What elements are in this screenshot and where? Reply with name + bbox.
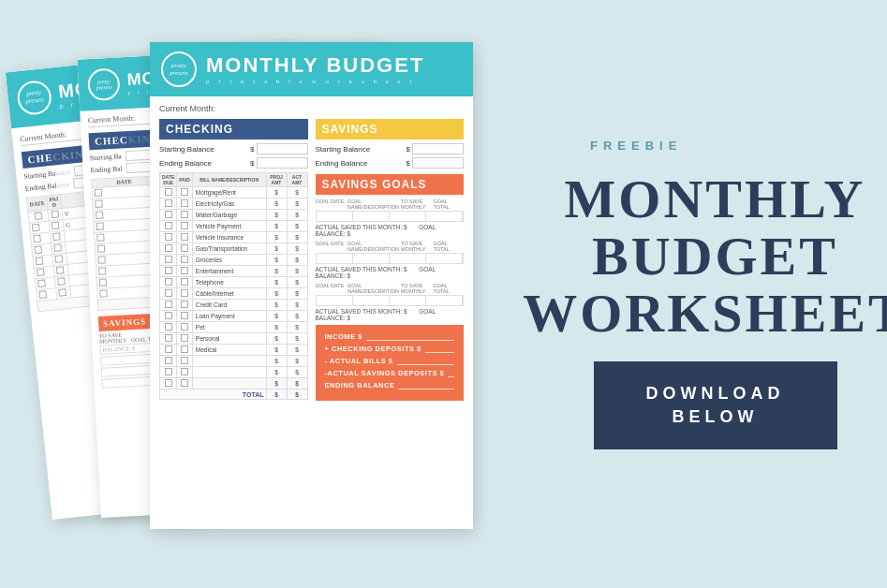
two-cols: CHECKING Starting Balance $ Ending Balan…: [159, 119, 464, 401]
goal-entry-3[interactable]: [316, 295, 465, 306]
savings-col: SAVINGS Starting Balance $ Ending Balanc…: [316, 119, 465, 401]
bills-table: DATEDUE PAID BILL NAME/DESCRIPTION PROJA…: [159, 172, 308, 400]
goal-entry-2[interactable]: [316, 253, 465, 264]
summary-checking-deposits: + CHECKING DEPOSITS $: [325, 345, 455, 353]
main-title: MONTHLY BUDGET WORKSHEET: [523, 171, 887, 343]
summary-ending-balance: ENDING BALANCE: [325, 381, 455, 390]
goal-3-total: [426, 296, 463, 305]
goal-3-date: [317, 296, 353, 305]
savings-ending-balance-row: Ending Balance $: [316, 157, 465, 169]
summary-income: INCOME $: [325, 332, 455, 341]
checking-header: CHECKING: [159, 119, 308, 140]
goal-2-monthly: [390, 254, 426, 263]
savings-ending-label: Ending Balance: [316, 159, 407, 168]
back-logo: prettypresets: [16, 80, 53, 117]
checking-starting-balance-row: Starting Balance $: [159, 143, 308, 154]
main-container: prettypresets MONTHLY BUDGET p r i n t a…: [0, 0, 887, 588]
actual-saved-2: ACTUAL SAVED THIS MONTH: $ GOAL BALANCE:…: [316, 266, 465, 279]
checking-starting-label: Starting Balance: [159, 145, 250, 154]
mid-logo: prettypresets: [87, 67, 121, 101]
worksheets-area: prettypresets MONTHLY BUDGET p r i n t a…: [0, 0, 543, 588]
download-button[interactable]: DOWNLOAD BELOW: [594, 361, 837, 449]
checking-ending-input[interactable]: [257, 157, 308, 169]
goal-col-headers-2: GOAL DATEGOAL NAME/DESCRIPTIONTO SAVE MO…: [316, 241, 465, 252]
actual-saved-3: ACTUAL SAVED THIS MONTH: $ GOAL BALANCE:…: [316, 308, 465, 321]
summary-actual-bills: - ACTUAL BILLS $: [325, 357, 455, 365]
front-content: Current Month: CHECKING Starting Balance…: [150, 96, 473, 408]
savings-starting-balance-row: Starting Balance $: [316, 143, 465, 154]
savings-goals-header: SAVINGS GOALS: [316, 174, 465, 195]
goal-1-date: [317, 212, 353, 221]
front-title-area: MONTHLY BUDGET p r i n t a b l e w o r k…: [206, 53, 424, 85]
download-button-text: DOWNLOAD BELOW: [631, 382, 800, 429]
summary-savings-deposits: -ACTUAL SAVINGS DEPOSITS $: [325, 369, 455, 377]
goal-1-monthly: [390, 212, 426, 221]
freebie-label: FREEBIE: [590, 139, 682, 153]
savings-ending-input[interactable]: [412, 157, 464, 169]
right-panel: FREEBIE MONTHLY BUDGET WORKSHEET DOWNLOA…: [543, 0, 887, 588]
front-sheet-header: prettypresets MONTHLY BUDGET p r i n t a…: [150, 42, 473, 96]
actual-saved-1: ACTUAL SAVED THIS MONTH: $ GOAL BALANCE:…: [316, 224, 465, 237]
savings-starting-input[interactable]: [412, 143, 464, 154]
checking-col: CHECKING Starting Balance $ Ending Balan…: [159, 119, 308, 401]
goal-2-total: [426, 254, 463, 263]
goal-3-name: [353, 296, 390, 305]
front-main-title: MONTHLY BUDGET: [206, 53, 424, 78]
goal-1-name: [353, 212, 390, 221]
front-current-month: Current Month:: [159, 104, 464, 113]
summary-box: INCOME $ + CHECKING DEPOSITS $ - ACTUAL …: [316, 325, 465, 401]
front-logo: prettypresets: [161, 51, 197, 87]
goal-3-monthly: [390, 296, 426, 305]
goal-entry-1[interactable]: [316, 211, 465, 222]
sheet-front: prettypresets MONTHLY BUDGET p r i n t a…: [150, 42, 473, 529]
goal-2-date: [317, 254, 353, 263]
savings-starting-label: Starting Balance: [316, 145, 407, 154]
goal-col-headers-3: GOAL DATEGOAL NAME/DESCRIPTIONTO SAVE MO…: [316, 283, 465, 294]
goal-2-name: [353, 254, 390, 263]
goal-col-headers-1: GOAL DATEGOAL NAME/DESCRIPTIONTO SAVE MO…: [316, 198, 465, 210]
front-subtitle: p r i n t a b l e w o r k s h e e t: [206, 78, 424, 85]
checking-starting-input[interactable]: [257, 143, 308, 154]
goal-1-total: [426, 212, 463, 221]
checking-ending-balance-row: Ending Balance $: [159, 157, 308, 169]
checking-ending-label: Ending Balance: [159, 159, 250, 168]
savings-header: SAVINGS: [316, 119, 465, 140]
